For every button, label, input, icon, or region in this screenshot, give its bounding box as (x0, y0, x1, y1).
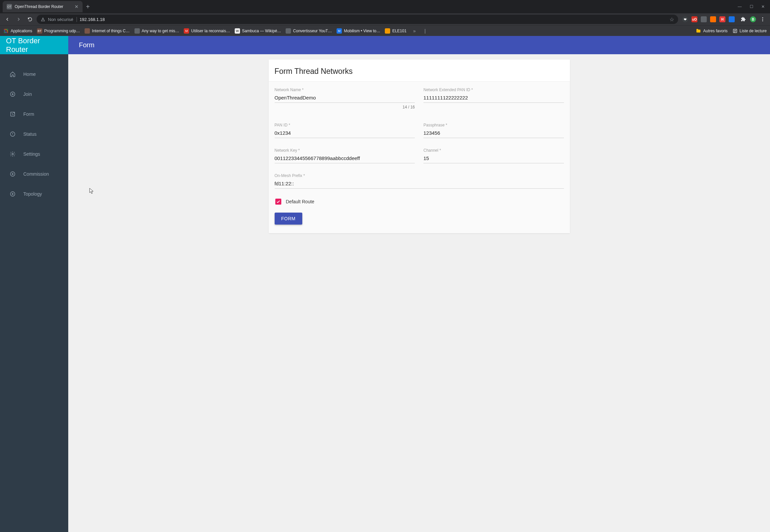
input-prefix[interactable] (275, 179, 564, 189)
sidebar-item-label: Status (23, 131, 37, 137)
default-route-row: Default Route (275, 199, 564, 205)
bookmark-label: Autres favoris (703, 29, 727, 33)
url-bar[interactable]: Non sécurisé 192.168.1.18 ☆ (37, 15, 678, 24)
ext-icon[interactable]: ❤ (682, 16, 688, 22)
browser-menu-button[interactable] (758, 15, 767, 24)
bookmark-item[interactable]: ELE101 (385, 28, 407, 34)
card-body: Network Name * Network Extended PAN ID *… (269, 81, 570, 233)
sidebar-item-label: Join (23, 91, 32, 97)
bookmark-item[interactable]: Internet of things C… (85, 28, 129, 34)
page-root: OT Border Router HomeJoinFormStatusSetti… (0, 36, 770, 532)
bookmark-icon (385, 28, 390, 34)
svg-rect-8 (7, 30, 8, 31)
sidebar-item-status[interactable]: Status (0, 124, 68, 144)
ext-icon[interactable] (701, 16, 707, 22)
ext-icon[interactable]: H (719, 16, 725, 22)
extensions-button[interactable] (739, 15, 748, 24)
check-icon (276, 199, 281, 204)
nav-reload-button[interactable] (25, 15, 35, 24)
sidebar-item-form[interactable]: Form (0, 104, 68, 124)
window-controls: ― ☐ ✕ (738, 4, 767, 9)
input-channel[interactable] (424, 154, 564, 163)
sidebar-brand: OT Border Router (0, 36, 68, 54)
bookmark-label: Any way to get mis… (142, 29, 179, 33)
label-pan-id: PAN ID * (275, 123, 415, 127)
bookmark-folder[interactable]: Autres favoris (696, 28, 727, 34)
nav-back-button[interactable] (3, 15, 12, 24)
join-icon (9, 91, 16, 97)
bookmark-item[interactable]: Any way to get mis… (134, 28, 179, 34)
input-network-key[interactable] (275, 154, 415, 163)
security-label: Non sécurisé (48, 17, 77, 22)
bookmark-label: Utiliser la reconnais… (191, 29, 230, 33)
sidebar-item-settings[interactable]: Settings (0, 144, 68, 164)
label-network-key: Network Key * (275, 148, 415, 153)
nav-forward-button[interactable] (14, 15, 23, 24)
bookmark-icon: BT (37, 28, 42, 34)
default-route-checkbox[interactable] (275, 199, 281, 205)
sidebar-item-home[interactable]: Home (0, 64, 68, 84)
input-passphrase[interactable] (424, 129, 564, 138)
tab-bar: OT OpenThread Border Router ✕ + ― ☐ ✕ (0, 0, 770, 13)
bookmark-item[interactable]: WSambuca — Wikipé… (235, 28, 281, 34)
bookmark-item[interactable]: MMobilism • View to… (336, 28, 380, 34)
bookmark-item[interactable]: MUtiliser la reconnais… (184, 28, 230, 34)
insecure-icon (41, 17, 45, 22)
field-passphrase: Passphrase * (424, 123, 564, 138)
nav-bar: Non sécurisé 192.168.1.18 ☆ ❤uOH B (0, 13, 770, 25)
apps-button[interactable]: Applications (3, 28, 32, 34)
field-ext-pan-id: Network Extended PAN ID * (424, 88, 564, 103)
window-close-icon[interactable]: ✕ (761, 4, 765, 9)
bookmark-icon (134, 28, 140, 34)
window-minimize-icon[interactable]: ― (738, 4, 742, 9)
sidebar-item-topology[interactable]: Topology (0, 184, 68, 204)
settings-icon (9, 151, 16, 157)
svg-rect-9 (4, 32, 5, 33)
url-text: 192.168.1.18 (80, 17, 105, 22)
bookmark-label: Sambuca — Wikipé… (242, 29, 281, 33)
sidebar-item-join[interactable]: Join (0, 84, 68, 104)
bookmark-icon: W (235, 28, 240, 34)
svg-rect-10 (6, 32, 7, 33)
browser-tab[interactable]: OT OpenThread Border Router ✕ (3, 1, 83, 12)
ext-icon[interactable] (729, 16, 735, 22)
profile-avatar[interactable]: B (750, 16, 756, 22)
form-icon (9, 111, 16, 117)
input-ext-pan-id[interactable] (424, 93, 564, 103)
sidebar-item-label: Form (23, 111, 34, 117)
input-pan-id[interactable] (275, 129, 415, 138)
bookmark-icon (286, 28, 291, 34)
tab-close-icon[interactable]: ✕ (75, 4, 79, 9)
label-passphrase: Passphrase * (424, 123, 564, 127)
sidebar-item-commission[interactable]: Commission (0, 164, 68, 184)
ext-icon[interactable]: uO (691, 16, 697, 22)
bookmark-list[interactable]: Liste de lecture (732, 28, 767, 34)
card-title: Form Thread Networks (269, 60, 570, 81)
bookmark-icon: M (336, 28, 342, 34)
bookmark-item[interactable]: Convertisseur YouT… (286, 28, 332, 34)
form-submit-button[interactable]: FORM (275, 213, 302, 225)
home-icon (9, 71, 16, 78)
sidebar-item-label: Commission (23, 171, 49, 177)
ext-icon[interactable] (710, 16, 716, 22)
window-maximize-icon[interactable]: ☐ (750, 4, 753, 9)
sidebar-item-label: Home (23, 72, 36, 77)
bookmark-item[interactable]: BTProgramming udp… (37, 28, 80, 34)
input-network-name[interactable] (275, 93, 415, 103)
topology-icon (9, 191, 16, 197)
browser-chrome: OT OpenThread Border Router ✕ + ― ☐ ✕ No… (0, 0, 770, 36)
svg-rect-3 (4, 29, 5, 30)
bookmark-star-icon[interactable]: ☆ (670, 16, 674, 23)
bookmark-label: Programming udp… (44, 29, 80, 33)
bookmark-label: Applications (11, 29, 32, 33)
bookmark-label: Mobilism • View to… (344, 29, 380, 33)
bookmark-label: Convertisseur YouT… (293, 29, 332, 33)
svg-point-0 (762, 17, 763, 18)
field-channel: Channel * (424, 148, 564, 163)
new-tab-button[interactable]: + (83, 3, 93, 11)
folder-icon (696, 28, 701, 34)
content-area: Form Thread Networks Network Name * Netw… (68, 54, 770, 532)
bookmarks-overflow-button[interactable]: » (411, 28, 418, 34)
svg-rect-6 (4, 30, 5, 31)
main: Form Form Thread Networks Network Name *… (68, 36, 770, 532)
